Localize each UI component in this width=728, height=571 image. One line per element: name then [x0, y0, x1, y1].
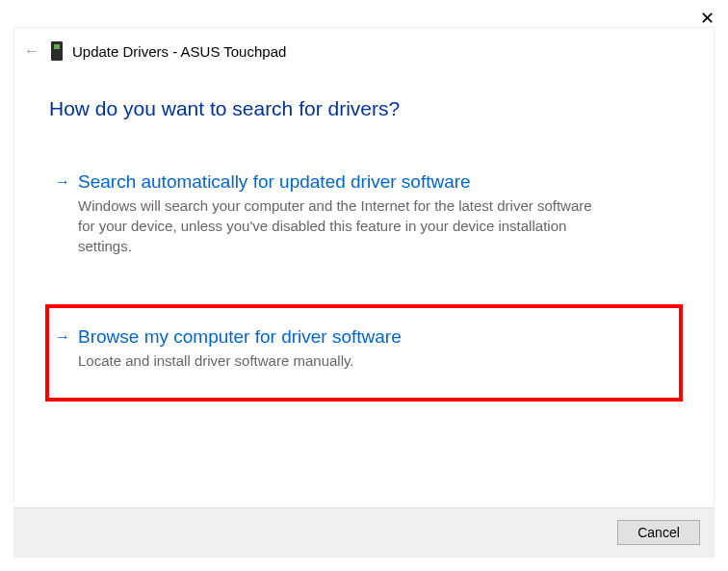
update-drivers-dialog: ← Update Drivers - ASUS Touchpad How do … [13, 27, 715, 558]
dialog-footer: Cancel [14, 507, 714, 557]
option-browse-computer[interactable]: → Browse my computer for driver software… [49, 308, 679, 398]
dialog-title: Update Drivers - ASUS Touchpad [72, 43, 286, 60]
options-list: → Search automatically for updated drive… [14, 130, 714, 398]
page-heading: How do you want to search for drivers? [14, 70, 714, 130]
arrow-right-icon: → [55, 325, 70, 349]
dialog-content: ← Update Drivers - ASUS Touchpad How do … [14, 28, 714, 507]
back-arrow-icon: ← [22, 42, 41, 60]
arrow-right-icon: → [55, 170, 70, 194]
option-title: Search automatically for updated driver … [78, 170, 471, 194]
option-title: Browse my computer for driver software [78, 325, 402, 349]
cancel-button[interactable]: Cancel [617, 520, 700, 545]
dialog-header: ← Update Drivers - ASUS Touchpad [14, 28, 714, 70]
device-icon [51, 41, 63, 61]
close-icon[interactable]: ✕ [700, 10, 715, 27]
option-description: Windows will search your computer and th… [55, 194, 594, 256]
option-description: Locate and install driver software manua… [55, 349, 594, 371]
option-search-automatically[interactable]: → Search automatically for updated drive… [49, 159, 679, 270]
